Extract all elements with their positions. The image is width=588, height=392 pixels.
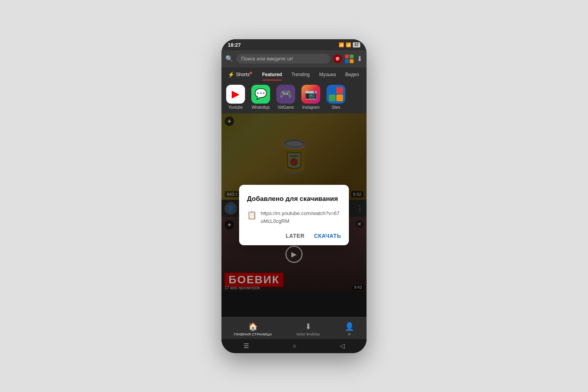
app-icon-instagram[interactable]: 📷 Instagram [301,85,320,109]
tab-shorts[interactable]: ⚡ Shorts [225,70,257,79]
tab-video[interactable]: Видео [341,70,363,79]
avatar-icon[interactable]: 🎯 [333,55,342,63]
shorts-label: Shorts [236,72,250,77]
whatsapp-icon: 💬 [251,85,270,104]
dialog-box: Добавлено для скачивания 📋 https://m.you… [239,185,349,246]
tab-music[interactable]: Музыка [315,70,339,79]
files-label: МОИ ФАЙЛЫ [297,332,320,336]
home-icon: 🏠 [248,322,258,331]
download-button[interactable]: СКАЧАТЬ [314,233,341,239]
android-nav: ☰ ○ ◁ [221,339,367,353]
vidgame-label: VidGame [278,105,294,109]
youtube-icon: ▶ [226,85,245,104]
tab-trending[interactable]: Trending [287,70,314,79]
later-button[interactable]: LATER [286,233,305,239]
nav-item-profile[interactable]: 👤 Я [345,322,354,336]
whatsapp-label: WhatsApp [252,105,270,109]
lightning-icon: ⚡ [228,71,234,78]
nav-item-home[interactable]: 🏠 ГЛАВНАЯ СТРАНИЦА [234,322,272,336]
dialog-title: Добавлено для скачивания [247,194,341,204]
nav-tabs: ⚡ Shorts Featured Trending Музыка Видео [221,67,367,82]
android-menu-btn[interactable]: ☰ [243,342,249,350]
dialog-url-row: 📋 https://m.youtube.com/watch?v=67uMcL0c… [247,210,341,225]
shorts-dot [250,72,252,74]
status-time: 18:27 [228,42,241,48]
dialog-overlay: Добавлено для скачивания 📋 https://m.you… [221,113,367,317]
search-icon: 🔍 [225,55,233,62]
profile-label: Я [348,332,351,336]
status-icons: 📶 📶 47 [339,42,360,47]
download-icon[interactable]: ⬇ [357,55,363,63]
sites-label: Sites [332,105,340,109]
copy-icon: 📋 [247,210,257,220]
files-icon: ⬇ [305,322,312,331]
instagram-label: Instagram [302,105,319,109]
dialog-buttons: LATER СКАЧАТЬ [247,233,341,239]
app-icons-row: ▶ Youtube 💬 WhatsApp 🎮 VidGame [221,82,367,113]
battery-icon: 47 [353,42,360,47]
home-label: ГЛАВНАЯ СТРАНИЦА [234,332,272,336]
dialog-url: https://m.youtube.com/watch?v=67uMcL0cgR… [261,210,341,225]
android-back-btn[interactable]: ◁ [340,342,345,350]
app-icon-vidgame[interactable]: 🎮 VidGame [276,85,295,109]
grid-apps-icon[interactable] [345,55,354,63]
vidgame-icon: 🎮 [276,85,295,104]
wifi-icon: 📶 [339,42,344,47]
nav-item-files[interactable]: ⬇ МОИ ФАЙЛЫ [297,322,320,336]
app-icon-whatsapp[interactable]: 💬 WhatsApp [251,85,270,109]
app-icon-youtube[interactable]: ▶ Youtube [226,85,245,109]
instagram-icon: 📷 [301,85,320,104]
tab-featured[interactable]: Featured [258,70,286,79]
sites-icon [327,85,345,104]
search-bar: 🔍 Поиск или введите url 🎯 ⬇ [221,50,367,67]
youtube-label: Youtube [229,105,243,109]
bottom-nav: 🏠 ГЛАВНАЯ СТРАНИЦА ⬇ МОИ ФАЙЛЫ 👤 Я [221,317,367,339]
phone-frame: 18:27 📶 📶 47 🔍 Поиск или введите url 🎯 [221,39,367,353]
profile-icon: 👤 [345,322,354,331]
app-icon-sites[interactable]: Sites [327,85,345,109]
search-bar-icons: 🎯 ⬇ [333,55,363,63]
android-home-btn[interactable]: ○ [292,343,296,350]
phone-screen: 18:27 📶 📶 47 🔍 Поиск или введите url 🎯 [221,39,367,353]
status-bar: 18:27 📶 📶 47 [221,39,367,50]
signal-icon: 📶 [346,42,351,47]
content-area: 🥫 + 843 т 8:02 👤 … ⋮ ▶ БОЕВИК [221,113,367,317]
search-input[interactable]: Поиск или введите url [236,54,330,64]
